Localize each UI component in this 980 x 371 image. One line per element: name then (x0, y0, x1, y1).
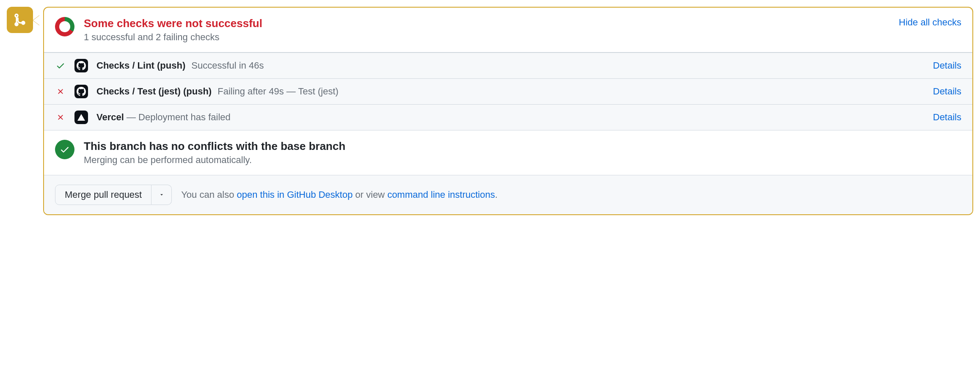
checks-summary-section: Some checks were not successful 1 succes… (44, 8, 972, 52)
merge-status-badge (7, 7, 33, 33)
check-status-text: Successful in 46s (191, 60, 264, 71)
merge-method-dropdown-button[interactable] (151, 185, 172, 205)
merge-panel: Some checks were not successful 1 succes… (43, 7, 973, 215)
check-row: Checks / Lint (push) Successful in 46s D… (44, 53, 972, 78)
command-line-instructions-link[interactable]: command line instructions (387, 189, 495, 200)
check-name: Vercel (96, 112, 124, 122)
check-success-icon (55, 61, 66, 70)
success-circle-icon (55, 140, 74, 159)
check-row: Checks / Test (jest) (push) Failing afte… (44, 78, 972, 104)
merge-footer-text: You can also open this in GitHub Desktop… (181, 189, 498, 200)
check-status-text: — Deployment has failed (124, 112, 231, 122)
check-fail-icon (55, 113, 66, 122)
github-app-icon (74, 85, 88, 98)
git-merge-icon (13, 13, 27, 27)
check-details-link[interactable]: Details (933, 86, 961, 97)
merge-pull-request-button[interactable]: Merge pull request (55, 185, 151, 205)
open-in-desktop-link[interactable]: open this in GitHub Desktop (237, 189, 353, 200)
status-donut-icon (55, 17, 74, 36)
checks-list: Checks / Lint (push) Successful in 46s D… (44, 52, 972, 130)
check-status-text: Failing after 49s — Test (jest) (217, 86, 339, 97)
caret-down-icon (159, 192, 164, 197)
conflict-title: This branch has no conflicts with the ba… (84, 140, 345, 153)
check-fail-icon (55, 87, 66, 96)
check-details-link[interactable]: Details (933, 60, 961, 71)
merge-footer: Merge pull request You can also open thi… (44, 175, 972, 214)
github-app-icon (74, 59, 88, 72)
hide-all-checks-link[interactable]: Hide all checks (899, 17, 961, 28)
checks-summary-title: Some checks were not successful (84, 17, 889, 30)
check-name: Checks / Test (jest) (push) (96, 86, 212, 97)
check-name: Checks / Lint (push) (96, 60, 185, 71)
conflict-section: This branch has no conflicts with the ba… (44, 130, 972, 175)
conflict-subtitle: Merging can be performed automatically. (84, 155, 345, 166)
checks-summary-subtitle: 1 successful and 2 failing checks (84, 32, 889, 43)
check-details-link[interactable]: Details (933, 112, 961, 123)
check-row: Vercel — Deployment has failed Details (44, 104, 972, 130)
vercel-app-icon (74, 111, 88, 124)
